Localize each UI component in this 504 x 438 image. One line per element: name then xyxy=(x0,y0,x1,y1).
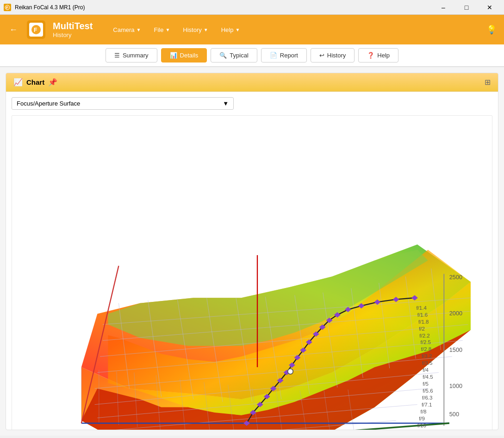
app-icon: F xyxy=(4,4,11,11)
tab-report[interactable]: 📄 Report xyxy=(261,48,307,63)
title-bar-text: Reikan FoCal 4.3 MR1 (Pro) xyxy=(15,4,85,11)
chart-type-label: Focus/Aperture Surface xyxy=(17,100,80,107)
y-label-1500: 1500 xyxy=(449,347,462,353)
chart-selector: Focus/Aperture Surface ▼ xyxy=(12,97,492,110)
svg-text:F: F xyxy=(34,27,37,33)
tab-details[interactable]: 📊 Details xyxy=(161,48,207,63)
main-content: 📈 Chart 📌 ⊞ Focus/Aperture Surface ▼ xyxy=(0,67,504,436)
tab-history-label: History xyxy=(327,52,346,59)
svg-text:f/4.5: f/4.5 xyxy=(423,374,433,380)
tab-typical-label: Typical xyxy=(230,52,248,59)
tab-bar: ☰ Summary 📊 Details 🔍 Typical 📄 Report ↩… xyxy=(0,44,504,67)
y-label-500: 500 xyxy=(449,411,459,418)
nav-history[interactable]: History ▼ xyxy=(177,24,213,36)
svg-text:f/2.8: f/2.8 xyxy=(421,346,431,352)
svg-text:f/4: f/4 xyxy=(423,367,429,373)
svg-point-100 xyxy=(288,369,293,374)
camera-chevron-icon: ▼ xyxy=(137,27,141,32)
svg-text:f/3.5: f/3.5 xyxy=(422,360,432,366)
svg-text:f/5.6: f/5.6 xyxy=(423,388,433,394)
svg-text:f/1.4: f/1.4 xyxy=(416,305,427,311)
tab-report-label: Report xyxy=(280,52,298,59)
tab-summary-label: Summary xyxy=(123,52,149,59)
nav-file[interactable]: File ▼ xyxy=(148,24,175,36)
svg-text:f/5: f/5 xyxy=(423,381,429,387)
svg-text:f/8: f/8 xyxy=(421,409,427,414)
chart-title-area: 📈 Chart 📌 xyxy=(13,78,57,87)
lightbulb-icon: 💡 xyxy=(486,25,497,35)
typical-icon: 🔍 xyxy=(219,52,227,59)
chart-svg: 2500 2000 1500 1000 500 f/14 f/13 f/11 f… xyxy=(12,116,492,430)
svg-text:f/2.5: f/2.5 xyxy=(421,339,431,345)
chart-header: 📈 Chart 📌 ⊞ xyxy=(6,73,498,92)
tab-help-label: Help xyxy=(377,52,390,59)
svg-text:f/2: f/2 xyxy=(419,326,425,332)
tab-history[interactable]: ↩ History xyxy=(311,48,355,63)
y-label-2000: 2000 xyxy=(449,310,462,317)
svg-text:f/10: f/10 xyxy=(417,423,426,428)
app-subtitle: History xyxy=(53,31,93,38)
svg-text:f/6.3: f/6.3 xyxy=(422,395,432,400)
app-title: MultiTest xyxy=(53,21,93,31)
help-chevron-icon: ▼ xyxy=(235,27,240,32)
svg-text:f/3.2: f/3.2 xyxy=(422,353,432,359)
title-bar: F Reikan FoCal 4.3 MR1 (Pro) – □ ✕ xyxy=(0,0,504,15)
chart-panel: 📈 Chart 📌 ⊞ Focus/Aperture Surface ▼ xyxy=(6,73,498,430)
maximize-button[interactable]: □ xyxy=(456,0,477,15)
nav-camera[interactable]: Camera ▼ xyxy=(107,24,146,36)
app-title-block: MultiTest History xyxy=(53,21,93,38)
tab-summary[interactable]: ☰ Summary xyxy=(106,48,157,63)
expand-icon[interactable]: ⊞ xyxy=(485,78,491,87)
svg-text:f/1.6: f/1.6 xyxy=(417,312,428,318)
tab-help[interactable]: ❓ Help xyxy=(358,48,398,63)
details-icon: 📊 xyxy=(170,52,177,59)
app-logo-inner: F xyxy=(29,23,43,37)
app-header: ← F MultiTest History Camera ▼ File ▼ Hi… xyxy=(0,15,504,44)
chart-title: Chart xyxy=(26,78,44,86)
tab-details-label: Details xyxy=(180,52,199,59)
svg-text:f/11: f/11 xyxy=(415,430,423,430)
chart-line-icon: 📈 xyxy=(13,78,23,87)
app-nav: Camera ▼ File ▼ History ▼ Help ▼ xyxy=(107,24,245,36)
y-label-2500: 2500 xyxy=(449,274,462,281)
svg-text:f/1.8: f/1.8 xyxy=(418,319,429,325)
report-icon: 📄 xyxy=(270,52,277,59)
summary-icon: ☰ xyxy=(114,52,120,59)
minimize-button[interactable]: – xyxy=(433,0,454,15)
chart-body: Focus/Aperture Surface ▼ xyxy=(6,92,498,430)
svg-text:20: 20 xyxy=(106,429,112,430)
nav-help[interactable]: Help ▼ xyxy=(216,24,246,36)
title-bar-left: F Reikan FoCal 4.3 MR1 (Pro) xyxy=(4,4,85,11)
svg-text:f/2.2: f/2.2 xyxy=(419,333,429,338)
tab-typical[interactable]: 🔍 Typical xyxy=(211,48,257,63)
back-button[interactable]: ← xyxy=(7,23,19,37)
svg-text:F: F xyxy=(6,6,8,10)
svg-text:f/7.1: f/7.1 xyxy=(422,402,432,407)
title-bar-controls: – □ ✕ xyxy=(433,0,500,15)
close-button[interactable]: ✕ xyxy=(479,0,500,15)
chart-area: 2500 2000 1500 1000 500 f/14 f/13 f/11 f… xyxy=(12,115,492,430)
app-logo: F xyxy=(27,20,45,39)
dropdown-chevron-icon: ▼ xyxy=(223,100,229,107)
history-icon: ↩ xyxy=(319,52,324,59)
y-label-1000: 1000 xyxy=(449,383,462,389)
chart-type-dropdown[interactable]: Focus/Aperture Surface ▼ xyxy=(12,97,234,110)
help-circle-icon: ❓ xyxy=(367,52,374,59)
svg-text:f/9: f/9 xyxy=(419,416,425,421)
history-chevron-icon: ▼ xyxy=(204,27,208,32)
file-chevron-icon: ▼ xyxy=(165,27,170,32)
pin-icon[interactable]: 📌 xyxy=(48,78,57,87)
